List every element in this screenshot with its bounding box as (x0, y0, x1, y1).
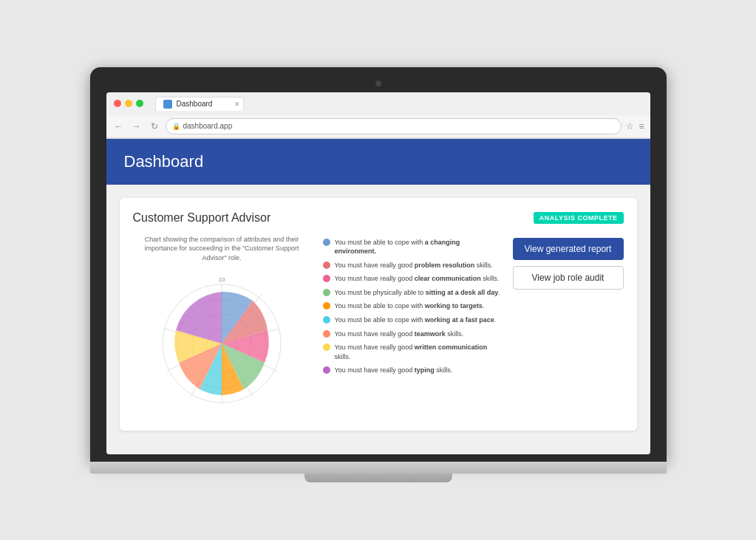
address-text: dashboard.app (183, 122, 616, 130)
legend-text-6: You must be able to cope with working at… (335, 315, 497, 325)
app-header: Dashboard (106, 139, 650, 185)
analysis-badge: ANALYSIS COMPLETE (534, 212, 624, 224)
card-header: Customer Support Advisor ANALYSIS COMPLE… (133, 211, 624, 225)
tab-favicon (163, 100, 172, 109)
legend-item-3: You must have really good clear communic… (323, 274, 501, 284)
refresh-button[interactable]: ↻ (148, 120, 161, 133)
legend-color-8 (323, 344, 330, 351)
maximize-button[interactable] (136, 100, 143, 107)
legend-color-7 (323, 330, 330, 338)
forward-button[interactable]: → (130, 120, 143, 133)
svg-text:10: 10 (219, 276, 225, 283)
camera (375, 81, 381, 86)
legend-color-2 (323, 262, 330, 269)
titlebar: Dashboard ✕ (106, 92, 650, 115)
legend-text-3: You must have really good clear communic… (335, 274, 500, 284)
legend-item-5: You must be able to cope with working to… (323, 301, 501, 311)
chart-description: Chart showing the comparison of attribut… (133, 235, 311, 263)
legend-text-8: You must have really good written commun… (335, 343, 501, 361)
legend-color-9 (323, 366, 330, 374)
legend-section: You must be able to cope with a changing… (323, 235, 501, 418)
legend-color-4 (323, 289, 330, 296)
card-body: Chart showing the comparison of attribut… (133, 235, 624, 418)
close-button[interactable] (114, 100, 121, 107)
legend-text-1: You must be able to cope with a changing… (335, 238, 501, 256)
laptop-base (90, 462, 667, 474)
legend-color-3 (323, 275, 330, 282)
app-body: Customer Support Advisor ANALYSIS COMPLE… (106, 185, 650, 454)
card-title: Customer Support Advisor (133, 211, 271, 225)
menu-icon[interactable]: ≡ (638, 121, 644, 131)
toolbar-right: ☆ ≡ (626, 121, 644, 131)
legend-text-4: You must be physically able to sitting a… (335, 288, 500, 298)
minimize-button[interactable] (125, 100, 132, 107)
laptop-frame: Dashboard ✕ ← → ↻ 🔒 dashboard.app ☆ (90, 67, 667, 474)
analysis-card: Customer Support Advisor ANALYSIS COMPLE… (120, 198, 637, 431)
legend-color-1 (323, 239, 330, 246)
legend-text-2: You must have really good problem resolu… (335, 261, 493, 270)
page-title: Dashboard (124, 152, 633, 171)
view-report-button[interactable]: View generated report (513, 238, 624, 260)
legend-item-4: You must be physically able to sitting a… (323, 288, 501, 298)
legend-item-7: You must have really good teamwork skill… (323, 329, 501, 339)
chart-container: 10 (140, 270, 303, 417)
bookmark-icon[interactable]: ☆ (626, 121, 634, 131)
back-button[interactable]: ← (112, 120, 126, 133)
laptop-screen: Dashboard ✕ ← → ↻ 🔒 dashboard.app ☆ (106, 92, 650, 454)
tab-close-icon[interactable]: ✕ (234, 100, 240, 108)
legend-item-1: You must be able to cope with a changing… (323, 238, 501, 256)
chart-section: Chart showing the comparison of attribut… (133, 235, 311, 418)
tab-bar: Dashboard ✕ (155, 97, 643, 111)
actions-section: View generated report View job role audi… (513, 235, 624, 418)
screen-bezel: Dashboard ✕ ← → ↻ 🔒 dashboard.app ☆ (90, 67, 667, 462)
legend-item-8: You must have really good written commun… (323, 343, 501, 361)
legend-text-9: You must have really good typing skills. (335, 366, 453, 375)
legend-color-6 (323, 316, 330, 324)
legend-text-7: You must have really good teamwork skill… (335, 329, 464, 339)
browser-tab[interactable]: Dashboard ✕ (155, 97, 244, 111)
legend-item-2: You must have really good problem resolu… (323, 261, 501, 270)
browser-toolbar: ← → ↻ 🔒 dashboard.app ☆ ≡ (106, 115, 650, 138)
lock-icon: 🔒 (172, 123, 180, 130)
legend-text-5: You must be able to cope with working to… (335, 301, 485, 311)
legend-color-5 (323, 302, 330, 310)
browser-chrome: Dashboard ✕ ← → ↻ 🔒 dashboard.app ☆ (106, 92, 650, 139)
view-audit-button[interactable]: View job role audit (513, 266, 624, 290)
radar-chart-svg: 10 (140, 270, 303, 417)
tab-label: Dashboard (177, 100, 213, 108)
legend-item-9: You must have really good typing skills. (323, 366, 501, 375)
legend-item-6: You must be able to cope with working at… (323, 315, 501, 325)
traffic-lights (114, 100, 143, 107)
address-bar[interactable]: 🔒 dashboard.app (166, 118, 622, 134)
app-content: Dashboard Customer Support Advisor ANALY… (106, 139, 650, 454)
